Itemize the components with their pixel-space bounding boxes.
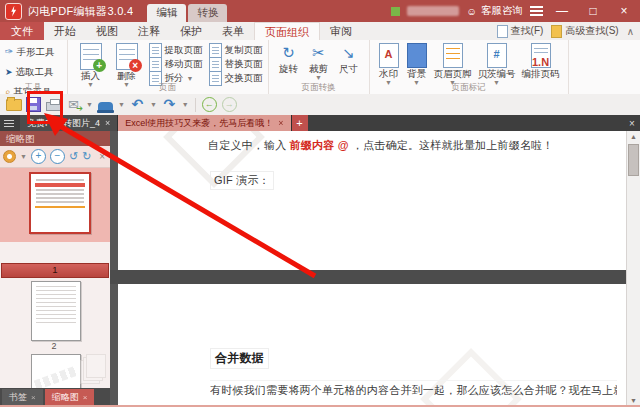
merge-data-heading: 合并数据 <box>210 348 269 369</box>
app-logo-icon <box>5 3 22 20</box>
doc-tab-2[interactable]: Excel使用技巧又来袭，先马后看哦！ × <box>118 115 291 131</box>
page-1-thumbnail[interactable] <box>29 172 91 234</box>
stamp-tool-button[interactable] <box>97 97 114 112</box>
document-view: 自定义中，输入 前缀内容 @ ，点击确定。这样就批量加上前缀名啦！ GIF 演示… <box>110 131 640 407</box>
delete-page-button[interactable]: × 删除 ▼ <box>109 42 145 87</box>
rotate-button[interactable]: ↻ 旋转 <box>274 42 304 76</box>
gif-demo-label: GIF 演示： <box>210 171 274 190</box>
chevron-down-icon[interactable]: ▼ <box>86 101 93 108</box>
bookmarks-tab[interactable]: 书签 × <box>2 389 43 406</box>
extract-page-icon <box>149 43 162 58</box>
thumbnails-tab[interactable]: 缩略图 × <box>45 389 95 406</box>
forward-icon: → <box>222 97 237 112</box>
pdf-page-2: 合并数据 有时候我们需要将两个单元格的内容合并到一起，那么应该怎么合并呢？现在马… <box>118 284 627 405</box>
maximize-button[interactable]: □ <box>581 0 605 22</box>
group-label-marks: 页面标记 <box>370 82 568 94</box>
thumbnail-settings-icon[interactable] <box>3 150 16 163</box>
chevron-down-icon[interactable]: ▼ <box>118 101 125 108</box>
pdf-page-1: 自定义中，输入 前缀内容 @ ，点击确定。这样就批量加上前缀名啦！ GIF 演示… <box>118 131 627 270</box>
minimize-button[interactable]: — <box>550 0 574 22</box>
watermark-icon: A <box>379 43 399 68</box>
bates-number-button[interactable]: # 贝茨编号 ▼ <box>475 42 519 85</box>
watermark-button[interactable]: A 水印 ▼ <box>375 42 403 85</box>
delete-page-icon: × <box>116 43 138 70</box>
tab-convert[interactable]: 转换 <box>188 4 227 22</box>
chevron-down-icon[interactable]: ▼ <box>150 101 157 108</box>
header-footer-button[interactable]: 页眉页脚 ▼ <box>431 42 475 85</box>
menu-start[interactable]: 开始 <box>44 22 86 40</box>
cursor-icon: ➤ <box>5 62 13 82</box>
smiley-icon: ☺ <box>466 5 477 17</box>
back-view-button[interactable]: ← <box>201 97 218 112</box>
page-3-thumbnail[interactable] <box>31 354 81 388</box>
select-tool-button[interactable]: ➤ 选取工具 <box>5 62 62 82</box>
redo-button[interactable]: ↷ <box>161 97 178 112</box>
customer-service-button[interactable]: ☺ 客服咨询 <box>466 4 523 18</box>
move-page-button[interactable]: 移动页面 <box>149 57 203 71</box>
rotate-right-button[interactable]: ↻ <box>82 150 91 163</box>
page-separator <box>110 270 627 284</box>
close-tab-icon[interactable]: × <box>278 118 283 128</box>
user-status-icon <box>391 7 400 16</box>
hand-tool-button[interactable]: ✑ 手形工具 <box>5 42 62 62</box>
insert-page-button[interactable]: + 插入 ▼ <box>73 42 109 87</box>
window-title: 闪电PDF编辑器3.0.4 <box>28 4 133 19</box>
close-panel-icon[interactable]: × <box>99 151 107 162</box>
menu-review[interactable]: 审阅 <box>320 22 362 40</box>
menu-protect[interactable]: 保护 <box>170 22 212 40</box>
chevron-down-icon[interactable]: ▼ <box>182 101 189 108</box>
advanced-find-icon <box>551 25 562 38</box>
move-page-icon <box>149 57 162 72</box>
group-label-page: 页面 <box>68 82 268 94</box>
rotate-left-button[interactable]: ↺ <box>69 150 78 163</box>
scrollbar-thumb[interactable] <box>628 144 639 176</box>
close-button[interactable]: × <box>612 0 636 22</box>
extract-page-button[interactable]: 提取页面 <box>149 43 203 57</box>
ribbon-group-transform: ↻ 旋转 ✂ 裁剪 ▼ ↘ 尺寸 页面转换 <box>269 40 370 94</box>
replace-page-button[interactable]: 替换页面 <box>209 57 263 71</box>
redo-icon: ↷ <box>163 97 175 112</box>
hand-icon: ✑ <box>5 42 13 62</box>
tab-list-menu-icon[interactable] <box>0 115 20 131</box>
copy-page-button[interactable]: 复制页面 <box>209 43 263 57</box>
open-button[interactable] <box>5 97 22 112</box>
menu-annotate[interactable]: 注释 <box>128 22 170 40</box>
forward-view-button[interactable]: → <box>221 97 238 112</box>
find-button[interactable]: 查找(F) <box>497 24 544 38</box>
close-all-icon[interactable]: × <box>624 115 640 131</box>
size-button[interactable]: ↘ 尺寸 <box>334 42 364 76</box>
zoom-out-button[interactable]: − <box>50 149 65 164</box>
email-button[interactable]: ✉➔ <box>65 97 82 112</box>
panel-title: 缩略图 <box>0 131 110 146</box>
page-numbering-icon: 1.N <box>531 43 551 68</box>
menu-view[interactable]: 视图 <box>86 22 128 40</box>
quick-access-toolbar: ✉➔ ▼ ▼ ↶ ▼ ↷ ▼ ← → <box>0 94 640 116</box>
mode-tabs: 编辑 转换 <box>147 0 227 22</box>
close-tab-icon[interactable]: × <box>105 118 110 128</box>
pdf-editor-window: 闪电PDF编辑器3.0.4 编辑 转换 ☺ 客服咨询 — □ × 文件 开始 视… <box>0 0 640 407</box>
app-menu-icon[interactable] <box>530 4 543 18</box>
scroll-up-icon[interactable]: ▲ <box>627 131 640 143</box>
menu-page-organize[interactable]: 页面组织 <box>254 22 320 40</box>
close-tab-icon[interactable]: × <box>31 393 36 402</box>
close-tab-icon[interactable]: × <box>83 393 88 402</box>
document-tab-bar: 免费PDF转图片_4 × Excel使用技巧又来袭，先马后看哦！ × + × <box>0 115 640 131</box>
page-numbering-button[interactable]: 1.N 编排页码 <box>519 42 563 81</box>
username-redacted <box>407 6 459 16</box>
background-button[interactable]: 背景 ▼ <box>403 42 431 85</box>
tab-edit[interactable]: 编辑 <box>147 4 186 22</box>
zoom-in-button[interactable]: + <box>31 149 46 164</box>
back-icon: ← <box>202 97 217 112</box>
collapse-ribbon-icon[interactable]: ∧ <box>627 26 634 37</box>
advanced-find-button[interactable]: 高级查找(S) <box>551 24 618 38</box>
page-1-label[interactable]: 1 <box>1 263 109 278</box>
new-tab-button[interactable]: + <box>292 115 308 131</box>
vertical-scrollbar[interactable]: ▲ ▼ <box>626 131 640 407</box>
crop-button[interactable]: ✂ 裁剪 ▼ <box>304 42 334 80</box>
rotate-icon: ↻ <box>282 43 295 63</box>
menu-file[interactable]: 文件 <box>0 22 44 40</box>
chevron-down-icon[interactable]: ▼ <box>20 153 27 160</box>
page-2-thumbnail[interactable] <box>31 281 81 341</box>
menu-form[interactable]: 表单 <box>212 22 254 40</box>
undo-button[interactable]: ↶ <box>129 97 146 112</box>
